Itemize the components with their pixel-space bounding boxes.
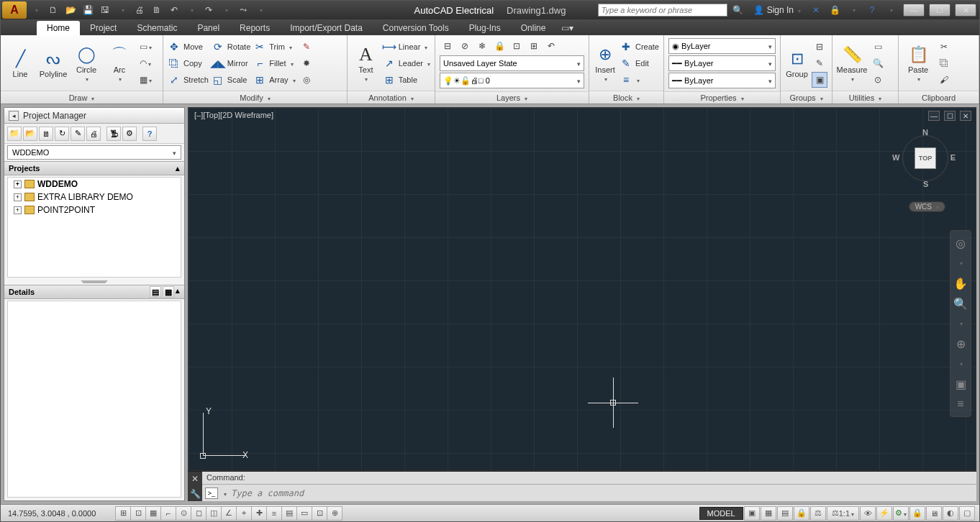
layer-freeze-button[interactable]: ❄ bbox=[474, 38, 490, 54]
nav-zoom-arrow[interactable] bbox=[953, 316, 968, 331]
rotate-button[interactable]: ⟳Rotate bbox=[212, 39, 250, 55]
viewcube-e[interactable]: E bbox=[950, 153, 956, 162]
sb-polar-button[interactable]: ⊙ bbox=[176, 506, 191, 521]
qat-saveas-arrow[interactable] bbox=[114, 3, 130, 17]
copy-clip-button[interactable]: ⿻ bbox=[936, 55, 952, 71]
layer-iso-button[interactable]: ⊡ bbox=[509, 38, 525, 54]
command-prompt-icon[interactable]: >_ bbox=[205, 487, 218, 499]
layer-lock-button[interactable]: 🔒 bbox=[491, 38, 507, 54]
sb-hardware-button[interactable]: 🖥 bbox=[926, 506, 942, 521]
layer-state-dropdown[interactable]: Unsaved Layer State bbox=[440, 55, 584, 71]
tab-conversion[interactable]: Conversion Tools bbox=[373, 21, 459, 35]
minimize-button[interactable]: — bbox=[903, 4, 925, 17]
pm-help-button[interactable]: ? bbox=[142, 127, 157, 141]
pm-details-header[interactable]: Details▤▦▴ bbox=[4, 285, 184, 299]
exchange-icon[interactable]: ✕ bbox=[808, 3, 824, 17]
explode-button[interactable]: ✸ bbox=[299, 55, 314, 71]
sb-sc-button[interactable]: ⊡ bbox=[312, 506, 327, 521]
infocenter-search-input[interactable] bbox=[598, 4, 727, 17]
tab-import-export[interactable]: Import/Export Data bbox=[280, 21, 373, 35]
tab-reports[interactable]: Reports bbox=[230, 21, 280, 35]
viewcube-n[interactable]: N bbox=[922, 128, 928, 137]
pm-dwg-list-button[interactable]: 🗎 bbox=[39, 127, 53, 141]
viewport-close-button[interactable]: ✕ bbox=[960, 111, 971, 121]
app-menu-arrow[interactable] bbox=[28, 3, 44, 17]
sb-toolbar-lock-button[interactable]: 🔒 bbox=[909, 506, 925, 521]
sb-isolate-button[interactable]: ◐ bbox=[943, 506, 958, 521]
sb-annoscale-button[interactable]: 🔒 bbox=[794, 506, 809, 521]
quick-select-button[interactable]: 🔍 bbox=[870, 55, 886, 71]
pm-open-project-button[interactable]: 📂 bbox=[23, 127, 37, 141]
nav-orbit-arrow[interactable] bbox=[953, 356, 968, 372]
id-point-button[interactable]: ⊙ bbox=[870, 72, 886, 88]
qat-save-icon[interactable]: 💾 bbox=[80, 3, 96, 17]
linetype-dropdown[interactable]: ━━ ByLayer bbox=[668, 73, 776, 88]
mirror-button[interactable]: ◢◣Mirror bbox=[212, 55, 250, 71]
sb-ortho-button[interactable]: ⌐ bbox=[160, 506, 176, 521]
maximize-button[interactable]: ☐ bbox=[929, 4, 950, 17]
group-button[interactable]: ⊡Group bbox=[785, 38, 809, 88]
viewcube-s[interactable]: S bbox=[923, 180, 928, 188]
layer-current-dropdown[interactable]: 💡☀🔓🖨□ 0 bbox=[440, 73, 584, 88]
navigation-bar[interactable]: ◎ ✋ 🔍 ⊕ ▣ ≡ bbox=[950, 230, 971, 417]
group-bbox-button[interactable]: ▣ bbox=[812, 72, 827, 88]
qat-customize-arrow[interactable] bbox=[253, 3, 268, 17]
cmdline-customize-icon[interactable]: 🔧 bbox=[190, 489, 201, 499]
help-icon[interactable]: ? bbox=[864, 3, 880, 17]
sb-otrack-button[interactable]: ∠ bbox=[221, 506, 237, 521]
pm-zip-button[interactable]: 🗜 bbox=[106, 127, 121, 141]
search-icon[interactable]: 🔍 bbox=[730, 3, 746, 17]
stayconnected-icon[interactable]: 🔒 bbox=[827, 3, 843, 17]
sb-infer-button[interactable]: ⊞ bbox=[115, 506, 131, 521]
viewport-minimize-button[interactable]: — bbox=[928, 111, 940, 121]
qat-undo-icon[interactable]: ↶ bbox=[166, 3, 182, 17]
arc-button[interactable]: ⌒Arc bbox=[104, 38, 135, 88]
offset-button[interactable]: ◎ bbox=[299, 72, 314, 88]
nav-collapse-icon[interactable]: ≡ bbox=[953, 396, 968, 412]
viewport-maximize-button[interactable]: ☐ bbox=[944, 111, 956, 121]
collapse-up-icon[interactable]: ▴ bbox=[176, 286, 180, 298]
copy-button[interactable]: ⿻Copy bbox=[168, 55, 209, 71]
collapse-up-icon[interactable]: ▴ bbox=[176, 164, 180, 173]
qat-redo-icon[interactable]: ↷ bbox=[201, 3, 217, 17]
pm-splitter[interactable] bbox=[4, 279, 184, 285]
sb-clean-screen-button[interactable]: ▢ bbox=[959, 506, 975, 521]
signin-button[interactable]: 👤Sign In bbox=[749, 5, 805, 15]
pm-task-button[interactable]: ✎ bbox=[71, 127, 85, 141]
panel-groups-label[interactable]: Groups bbox=[781, 91, 832, 104]
pm-projects-header[interactable]: Projects▴ bbox=[4, 161, 184, 175]
tab-plugins[interactable]: Plug-Ins bbox=[459, 21, 511, 35]
sb-quickview-layouts-button[interactable]: ▤ bbox=[777, 506, 793, 521]
pm-project-tree[interactable]: +WDDEMO +EXTRA LIBRARY DEMO +POINT2POINT bbox=[7, 177, 181, 278]
cmdline-close-icon[interactable]: ✕ bbox=[191, 474, 199, 484]
model-space-button[interactable]: MODEL bbox=[699, 507, 743, 520]
command-recent-arrow[interactable] bbox=[222, 488, 227, 498]
edit-block-button[interactable]: ✎Edit bbox=[620, 55, 659, 71]
command-input[interactable] bbox=[231, 488, 974, 498]
details-view1-button[interactable]: ▤ bbox=[150, 286, 161, 298]
nav-wheel-arrow[interactable] bbox=[953, 255, 968, 271]
cut-button[interactable]: ✂ bbox=[936, 39, 952, 55]
viewcube-w[interactable]: W bbox=[892, 153, 899, 162]
create-block-button[interactable]: ✚Create bbox=[620, 39, 659, 55]
color-dropdown[interactable]: ◉ ByLayer bbox=[668, 38, 776, 54]
qat-redo-arrow[interactable] bbox=[218, 3, 234, 17]
tab-project[interactable]: Project bbox=[80, 21, 127, 35]
sb-scale-dropdown[interactable]: ⚖ 1:1 bbox=[827, 506, 859, 521]
sb-3dosnap-button[interactable]: ◫ bbox=[206, 506, 222, 521]
layer-match-button[interactable]: ⊞ bbox=[526, 38, 542, 54]
qat-new-icon[interactable]: 🗋 bbox=[45, 3, 61, 17]
pm-publish-button[interactable]: 🖨 bbox=[86, 127, 101, 141]
ellipse-button[interactable]: ◠ bbox=[137, 55, 153, 71]
status-coordinates[interactable]: 14.7595, 3.0048 , 0.0000 bbox=[1, 509, 116, 518]
sb-annovis-button[interactable]: 👁 bbox=[860, 506, 876, 521]
line-button[interactable]: ╱Line bbox=[5, 38, 35, 88]
pm-refresh-button[interactable]: ↻ bbox=[55, 127, 69, 141]
match-prop-button[interactable]: 🖌 bbox=[936, 72, 952, 88]
sb-am-button[interactable]: ⊕ bbox=[327, 506, 342, 521]
tab-featured-apps[interactable]: ▭▾ bbox=[555, 21, 579, 35]
sb-grid-button[interactable]: ▦ bbox=[145, 506, 161, 521]
sb-lwt-button[interactable]: ≡ bbox=[266, 506, 282, 521]
array-button[interactable]: ⊞Array bbox=[253, 72, 295, 88]
insert-button[interactable]: ⊕Insert bbox=[594, 38, 617, 88]
